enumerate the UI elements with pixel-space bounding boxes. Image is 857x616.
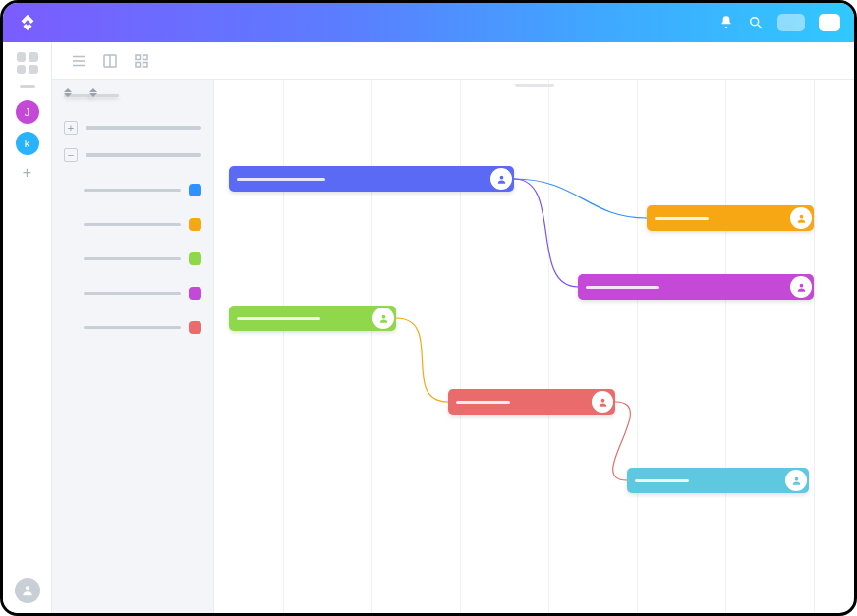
list-item[interactable] [64, 252, 201, 265]
list-view-icon[interactable] [70, 52, 87, 70]
svg-rect-10 [136, 62, 141, 67]
task-list-panel: + − [52, 80, 214, 613]
gantt-bar[interactable] [627, 468, 809, 493]
svg-point-13 [799, 214, 803, 218]
status-dot [189, 218, 201, 231]
svg-point-15 [381, 314, 385, 318]
status-dot [189, 184, 201, 196]
gantt-bar[interactable] [578, 274, 814, 300]
top-bar [3, 3, 854, 42]
assignee-avatar-icon[interactable] [790, 276, 812, 298]
list-item[interactable] [64, 184, 201, 196]
header-pill-1[interactable] [777, 14, 805, 31]
resize-grip-icon[interactable] [515, 84, 554, 87]
svg-point-0 [751, 18, 759, 26]
gantt-bar[interactable] [647, 205, 814, 231]
svg-rect-11 [143, 62, 148, 67]
assignee-avatar-icon[interactable] [490, 168, 512, 190]
assignee-avatar-icon[interactable] [785, 470, 807, 491]
collapse-icon[interactable]: − [64, 148, 78, 162]
search-icon[interactable] [748, 15, 764, 30]
assignee-avatar-icon[interactable] [592, 391, 613, 413]
bell-icon[interactable] [718, 15, 734, 30]
workspace-avatar-j[interactable]: J [16, 100, 39, 124]
svg-point-14 [799, 283, 803, 287]
gantt-bar[interactable] [229, 166, 514, 192]
svg-point-2 [26, 586, 30, 590]
status-dot [189, 321, 201, 334]
app-logo[interactable] [17, 12, 38, 33]
list-item[interactable] [64, 218, 201, 231]
board-view-icon[interactable] [101, 52, 119, 70]
apps-icon[interactable] [17, 52, 38, 74]
status-dot [189, 252, 201, 265]
left-rail: J k + [3, 42, 52, 613]
group-title [86, 126, 201, 130]
view-toolbar [52, 42, 854, 80]
gantt-grid [214, 80, 854, 613]
gantt-bar[interactable] [229, 306, 396, 331]
svg-rect-9 [143, 55, 148, 60]
svg-rect-8 [136, 55, 141, 60]
workspace-avatar-k[interactable]: k [16, 132, 39, 155]
list-item[interactable] [64, 321, 201, 334]
gantt-bar[interactable] [448, 389, 615, 415]
svg-point-12 [499, 175, 503, 179]
group-expanded[interactable]: − [64, 148, 201, 162]
status-dot [189, 287, 201, 300]
gantt-chart[interactable] [214, 80, 854, 613]
list-item[interactable] [64, 287, 201, 300]
add-workspace-button[interactable]: + [18, 163, 37, 183]
rail-divider [20, 85, 35, 88]
header-pill-2[interactable] [819, 14, 840, 31]
filter-1[interactable] [64, 93, 72, 97]
profile-avatar[interactable] [15, 578, 40, 603]
svg-point-17 [794, 476, 798, 480]
assignee-avatar-icon[interactable] [372, 308, 394, 329]
assignee-avatar-icon[interactable] [790, 207, 812, 229]
grid-view-icon[interactable] [133, 52, 150, 70]
filter-2[interactable] [89, 93, 97, 97]
expand-icon[interactable]: + [64, 121, 78, 135]
group-title [86, 153, 201, 157]
svg-point-16 [600, 398, 604, 402]
svg-line-1 [758, 25, 762, 28]
group-collapsed[interactable]: + [64, 121, 201, 135]
